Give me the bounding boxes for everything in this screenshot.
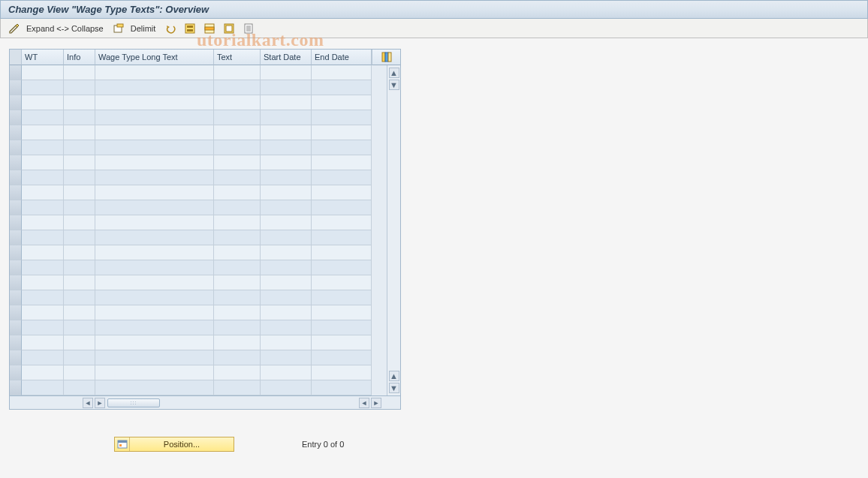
cell[interactable] — [214, 110, 261, 125]
table-row[interactable] — [10, 65, 372, 80]
scroll-up2-icon[interactable]: ▲ — [389, 371, 399, 381]
cell[interactable] — [214, 230, 261, 245]
cell[interactable] — [312, 380, 372, 395]
cell[interactable] — [312, 245, 372, 260]
cell[interactable] — [64, 260, 95, 275]
cell[interactable] — [95, 260, 214, 275]
cell[interactable] — [22, 350, 64, 365]
configure-columns-icon[interactable] — [372, 50, 400, 65]
cell[interactable] — [95, 275, 214, 290]
scroll-down2-icon[interactable]: ▼ — [389, 383, 399, 393]
row-selector[interactable] — [10, 140, 22, 155]
col-header-info[interactable]: Info — [64, 50, 95, 65]
print-icon[interactable] — [241, 22, 256, 35]
cell[interactable] — [312, 110, 372, 125]
cell[interactable] — [261, 380, 312, 395]
cell[interactable] — [22, 335, 64, 350]
cell[interactable] — [312, 140, 372, 155]
cell[interactable] — [261, 260, 312, 275]
cell[interactable] — [22, 275, 64, 290]
cell[interactable] — [261, 305, 312, 320]
cell[interactable] — [261, 335, 312, 350]
cell[interactable] — [95, 305, 214, 320]
cell[interactable] — [214, 320, 261, 335]
scroll-down-icon[interactable]: ▼ — [389, 80, 399, 90]
cell[interactable] — [261, 95, 312, 110]
table-row[interactable] — [10, 80, 372, 95]
cell[interactable] — [95, 245, 214, 260]
cell[interactable] — [261, 230, 312, 245]
cell[interactable] — [95, 110, 214, 125]
row-selector[interactable] — [10, 350, 22, 365]
row-selector[interactable] — [10, 365, 22, 380]
col-header-wt[interactable]: WT — [22, 50, 64, 65]
cell[interactable] — [95, 155, 214, 170]
col-header-long[interactable]: Wage Type Long Text — [95, 50, 214, 65]
cell[interactable] — [22, 110, 64, 125]
cell[interactable] — [95, 200, 214, 215]
new-entries-icon[interactable] — [111, 22, 126, 35]
table-row[interactable] — [10, 185, 372, 200]
cell[interactable] — [214, 80, 261, 95]
table-row[interactable] — [10, 260, 372, 275]
row-selector[interactable] — [10, 95, 22, 110]
row-selector[interactable] — [10, 305, 22, 320]
col-header-text[interactable]: Text — [214, 50, 261, 65]
cell[interactable] — [214, 305, 261, 320]
table-row[interactable] — [10, 95, 372, 110]
cell[interactable] — [64, 80, 95, 95]
cell[interactable] — [312, 350, 372, 365]
cell[interactable] — [261, 245, 312, 260]
table-row[interactable] — [10, 305, 372, 320]
cell[interactable] — [214, 260, 261, 275]
scroll-right2-icon[interactable]: ► — [371, 398, 381, 408]
cell[interactable] — [214, 95, 261, 110]
col-header-start[interactable]: Start Date — [261, 50, 312, 65]
cell[interactable] — [95, 65, 214, 80]
cell[interactable] — [214, 335, 261, 350]
cell[interactable] — [214, 185, 261, 200]
cell[interactable] — [22, 80, 64, 95]
horizontal-scrollbar[interactable]: ◄ ► ::: ◄ ► — [9, 396, 401, 410]
cell[interactable] — [95, 350, 214, 365]
cell[interactable] — [214, 350, 261, 365]
cell[interactable] — [64, 365, 95, 380]
table-row[interactable] — [10, 170, 372, 185]
cell[interactable] — [64, 335, 95, 350]
cell[interactable] — [95, 380, 214, 395]
table-row[interactable] — [10, 320, 372, 335]
cell[interactable] — [22, 65, 64, 80]
cell[interactable] — [312, 155, 372, 170]
cell[interactable] — [261, 350, 312, 365]
cell[interactable] — [64, 215, 95, 230]
cell[interactable] — [214, 380, 261, 395]
cell[interactable] — [64, 245, 95, 260]
row-selector[interactable] — [10, 170, 22, 185]
cell[interactable] — [64, 125, 95, 140]
table-row[interactable] — [10, 350, 372, 365]
cell[interactable] — [22, 125, 64, 140]
row-selector[interactable] — [10, 125, 22, 140]
cell[interactable] — [261, 140, 312, 155]
cell[interactable] — [214, 65, 261, 80]
cell[interactable] — [22, 380, 64, 395]
cell[interactable] — [22, 230, 64, 245]
col-header-end[interactable]: End Date — [312, 50, 372, 65]
cell[interactable] — [214, 215, 261, 230]
cell[interactable] — [22, 290, 64, 305]
table-row[interactable] — [10, 230, 372, 245]
cell[interactable] — [64, 155, 95, 170]
cell[interactable] — [312, 95, 372, 110]
row-selector[interactable] — [10, 320, 22, 335]
cell[interactable] — [64, 290, 95, 305]
cell[interactable] — [64, 380, 95, 395]
cell[interactable] — [22, 260, 64, 275]
toggle-display-change-icon[interactable] — [7, 22, 22, 35]
table-row[interactable] — [10, 215, 372, 230]
cell[interactable] — [64, 305, 95, 320]
cell[interactable] — [312, 290, 372, 305]
row-selector[interactable] — [10, 290, 22, 305]
cell[interactable] — [312, 260, 372, 275]
cell[interactable] — [22, 140, 64, 155]
cell[interactable] — [95, 170, 214, 185]
